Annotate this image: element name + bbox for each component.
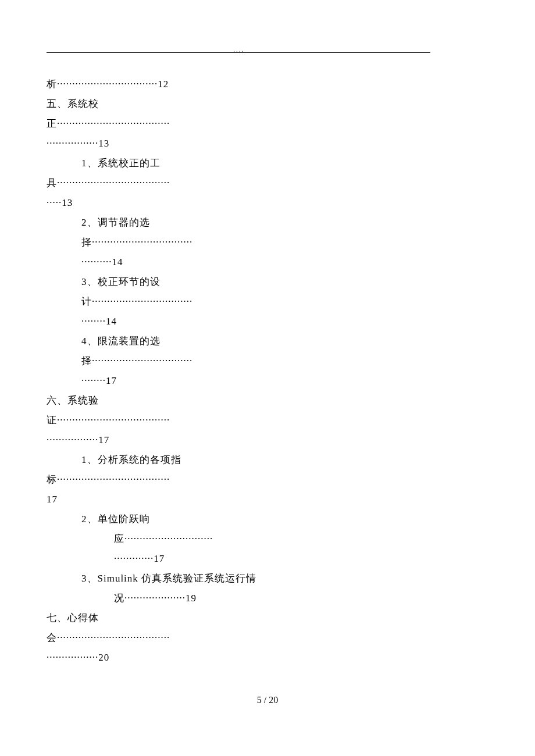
toc-line: 会····································· [47,628,442,648]
header-spacing-dots: . . . . [47,44,430,56]
toc-line: 2、单位阶跃响 [47,509,442,529]
toc-line: ········14 [47,312,442,331]
toc-line: 17 [47,490,442,509]
toc-line: 况····················19 [47,589,442,608]
toc-line: 3、Simulink 仿真系统验证系统运行情 [47,569,442,589]
toc-line: 五、系统校 [47,94,442,114]
header-rule [47,52,430,53]
toc-line: 3、校正环节的设 [47,272,442,292]
toc-line: 1、系统校正的工 [47,154,442,173]
toc-line: 1、分析系统的各项指 [47,450,442,470]
toc-line: ········17 [47,371,442,391]
toc-line: 具····································· [47,173,442,193]
toc-line: 择································· [47,233,442,252]
toc-line: ·············17 [47,549,442,569]
toc-line: ··········14 [47,252,442,272]
toc-line: 七、心得体 [47,608,442,628]
page-number: 5 / 20 [0,691,535,709]
toc-line: 择································· [47,351,442,371]
toc-line: 六、系统验 [47,391,442,411]
toc-line: 正····································· [47,114,442,134]
toc-line: ·····13 [47,193,442,213]
toc-line: 2、调节器的选 [47,213,442,233]
toc-line: 标····································· [47,470,442,490]
toc-line: ·················20 [47,648,442,668]
toc-line: 析·································12 [47,74,442,94]
toc-line: 4、限流装置的选 [47,331,442,351]
document-page: . . . . 析·······························… [0,0,535,756]
toc-content: 析·································12五、系统… [47,74,442,668]
toc-line: ·················17 [47,430,442,450]
toc-line: ·················13 [47,134,442,154]
toc-line: 应····························· [47,529,442,549]
toc-line: 计································· [47,292,442,312]
toc-line: 证····································· [47,411,442,430]
